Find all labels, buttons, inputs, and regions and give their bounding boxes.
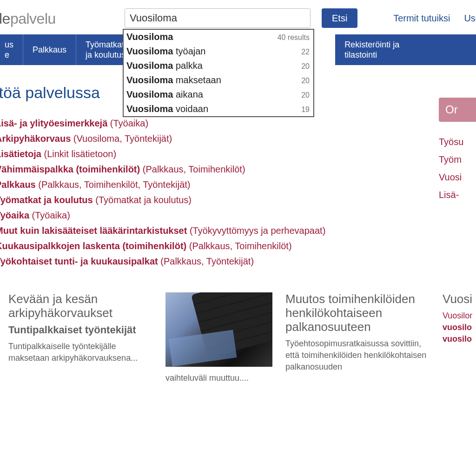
article-title: Vuosi bbox=[443, 292, 476, 306]
autocomplete-item[interactable]: Vuosiloma maksetaan20 bbox=[124, 73, 313, 87]
content-list: Lisä- ja ylityöesimerkkejä (Työaika) Ark… bbox=[0, 116, 476, 269]
list-item[interactable]: Arkipyhäkorvaus (Vuosiloma, Työntekijät) bbox=[0, 131, 476, 146]
sidebar: Or Työsu Työm Vuosi Lisä- bbox=[439, 98, 476, 204]
search-input[interactable] bbox=[125, 8, 311, 28]
sidebar-link[interactable]: Työsu bbox=[439, 133, 476, 151]
list-item[interactable]: Lisätietoja (Linkit lisätietoon) bbox=[0, 146, 476, 162]
search-wrap: Etsi bbox=[125, 8, 357, 28]
autocomplete-dropdown: Vuosiloma40 results Vuosiloma työajan22 … bbox=[123, 29, 314, 117]
autocomplete-item[interactable]: Vuosiloma40 results bbox=[124, 30, 313, 44]
header: hdepalvelu Etsi Termit tutuiksi Use Vuos… bbox=[0, 0, 476, 33]
nav-item-1[interactable]: use bbox=[0, 34, 23, 65]
top-links: Termit tutuiksi Use bbox=[393, 13, 476, 24]
article-body: Vuosilor vuosilo vuosilo bbox=[443, 310, 476, 345]
list-item[interactable]: Työaika (Työaika) bbox=[0, 208, 476, 223]
search-button[interactable]: Etsi bbox=[322, 8, 357, 28]
logo-bold: hde bbox=[0, 10, 10, 27]
sidebar-link[interactable]: Vuosi bbox=[439, 168, 476, 186]
link-termit[interactable]: Termit tutuiksi bbox=[393, 13, 450, 24]
sidebar-links: Työsu Työm Vuosi Lisä- bbox=[439, 133, 476, 204]
article-1: Kevään ja kesän arkipyhäkorvaukset Tunti… bbox=[8, 292, 152, 383]
list-item[interactable]: Työmatkat ja koulutus (Työmatkat ja koul… bbox=[0, 192, 476, 208]
autocomplete-item[interactable]: Vuosiloma voidaan19 bbox=[124, 102, 313, 116]
autocomplete-item[interactable]: Vuosiloma aikana20 bbox=[124, 87, 313, 102]
article-title: Muutos toimihenkilöiden henkilökohtaisee… bbox=[285, 292, 430, 334]
list-item[interactable]: Työkohtaiset tunti- ja kuukausipalkat (P… bbox=[0, 254, 476, 269]
autocomplete-item[interactable]: Vuosiloma työajan22 bbox=[124, 44, 313, 59]
sidebar-link[interactable]: Työm bbox=[439, 151, 476, 168]
list-item[interactable]: Vähimmäispalkka (toimihenkilöt) (Palkkau… bbox=[0, 162, 476, 177]
logo-light: palvelu bbox=[10, 10, 56, 27]
image-caption: vaihteluväli muuttuu.... bbox=[165, 373, 272, 383]
article-body: Työehtosopimusratkaisussa sovittiin, ett… bbox=[285, 338, 430, 373]
sidebar-pink-button[interactable]: Or bbox=[439, 98, 476, 122]
list-item[interactable]: Lisä- ja ylityöesimerkkejä (Työaika) bbox=[0, 116, 476, 131]
logo: hdepalvelu bbox=[0, 10, 56, 27]
article-title: Kevään ja kesän arkipyhäkorvaukset bbox=[8, 292, 152, 320]
nav-item-palkkaus[interactable]: Palkkaus bbox=[23, 34, 76, 65]
list-item[interactable]: Palkkaus (Palkkaus, Toimihenkilöt, Työnt… bbox=[0, 177, 476, 192]
autocomplete-item[interactable]: Vuosiloma palkka20 bbox=[124, 59, 313, 73]
article-body: Tuntipalkkaiselle työntekijälle maksetaa… bbox=[8, 341, 152, 364]
articles-row: Kevään ja kesän arkipyhäkorvaukset Tunti… bbox=[8, 292, 476, 383]
article-image-col: vaihteluväli muuttuu.... bbox=[165, 292, 272, 383]
calculator-image bbox=[165, 292, 272, 367]
list-item[interactable]: Muut kuin lakisääteiset lääkärintarkistu… bbox=[0, 223, 476, 238]
link-use[interactable]: Use bbox=[464, 13, 476, 24]
article-3: Vuosi Vuosilor vuosilo vuosilo bbox=[443, 292, 476, 383]
nav-item-rekisterointi[interactable]: Rekisteröinti jatilastointi bbox=[335, 34, 476, 65]
article-2: Muutos toimihenkilöiden henkilökohtaisee… bbox=[285, 292, 430, 383]
sidebar-link[interactable]: Lisä- bbox=[439, 186, 476, 204]
list-item[interactable]: Kuukausipalkkojen laskenta (toimihenkilö… bbox=[0, 238, 476, 254]
article-subtitle: Tuntipalkkaiset työntekijät bbox=[8, 324, 152, 336]
